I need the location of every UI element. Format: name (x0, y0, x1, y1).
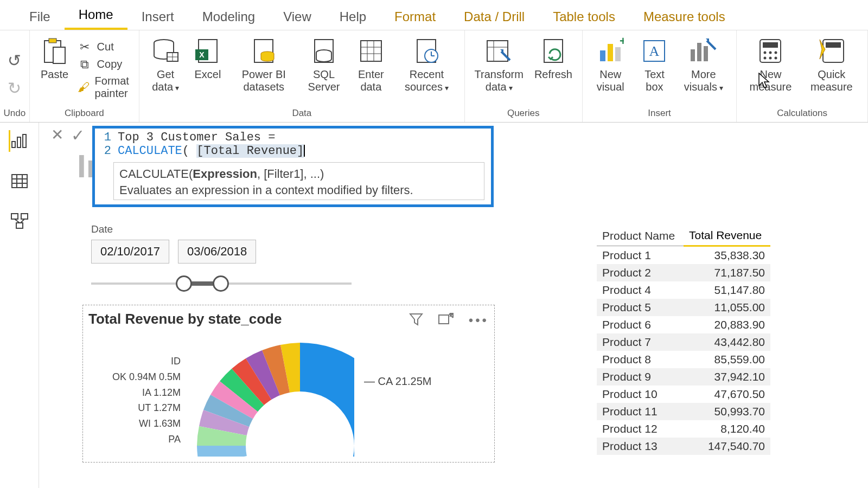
focus-mode-icon[interactable] (438, 313, 454, 328)
refresh-label: Refresh (534, 68, 572, 81)
quick-measure-label: Quick measure (806, 68, 858, 93)
paste-label: Paste (41, 68, 68, 81)
svg-rect-28 (608, 44, 613, 61)
paste-button[interactable]: Paste (34, 33, 75, 107)
transform-data-button[interactable]: Transform data (469, 33, 529, 107)
scissors-icon: ✂ (78, 40, 92, 54)
hint-sig-post: , [Filter1], ...) (257, 167, 324, 181)
table-row[interactable]: Product 128,120.40 (597, 420, 770, 438)
tab-home[interactable]: Home (65, 1, 127, 30)
formula-bar-row: ✕ ✓ 1Top 3 Customer Sales = 2CALCULATE( … (51, 126, 857, 207)
new-measure-button[interactable]: New measure (741, 33, 800, 107)
main-area: Inc ✕ ✓ 1Top 3 Customer Sales = 2CALCULA… (0, 123, 868, 488)
pie-left-labels: ID OK 0.94M 0.5M IA 1.12M UT 1.27M WI 1.… (88, 354, 181, 447)
table-row[interactable]: Product 271,187.50 (597, 264, 770, 281)
col-total-revenue[interactable]: Total Revenue (684, 226, 770, 246)
svg-rect-59 (439, 315, 449, 324)
commit-formula-icon[interactable]: ✓ (71, 126, 85, 145)
insert-group-label: Insert (587, 107, 732, 121)
calculations-group: New measure Quick measure Calculations (737, 30, 868, 122)
pbi-datasets-label: Power BI datasets (234, 68, 294, 93)
table-row[interactable]: Product 937,942.10 (597, 368, 770, 386)
table-row[interactable]: Product 620,883.90 (597, 316, 770, 333)
svg-rect-14 (361, 41, 381, 61)
date-slicer[interactable]: Date 02/10/2017 03/06/2018 (91, 223, 352, 292)
quick-measure-button[interactable]: Quick measure (800, 33, 863, 107)
brush-icon: 🖌 (78, 80, 90, 94)
recent-icon (411, 36, 442, 66)
text-box-icon: A (639, 36, 669, 66)
recent-sources-button[interactable]: Recent sources (393, 33, 459, 107)
tab-view[interactable]: View (269, 3, 326, 30)
pie-chart (186, 337, 354, 457)
data-group: Get data X Excel Power BI datasets SQL S… (139, 30, 464, 122)
svg-rect-56 (16, 223, 23, 228)
filter-icon[interactable] (409, 313, 423, 328)
tab-modeling[interactable]: Modeling (188, 3, 269, 30)
data-view-icon[interactable] (9, 170, 30, 192)
enter-data-button[interactable]: Enter data (348, 33, 393, 107)
clipboard-group: Paste ✂Cut ⧉Copy 🖌Format painter Clipboa… (30, 30, 140, 122)
slicer-start-date[interactable]: 02/10/2017 (91, 240, 169, 264)
table-row[interactable]: Product 1047,670.50 (597, 386, 770, 403)
table-row[interactable]: Product 13147,540.70 (597, 438, 770, 455)
svg-text:+: + (620, 37, 624, 48)
table-row[interactable]: Product 1150,993.70 (597, 403, 770, 420)
tab-file[interactable]: File (15, 3, 65, 30)
svg-rect-35 (704, 46, 708, 61)
svg-point-40 (775, 52, 777, 54)
line-number-1: 1 (99, 131, 111, 144)
revenue-by-state-visual[interactable]: Total Revenue by state_code ••• ID OK 0.… (82, 305, 495, 463)
slider-thumb-start[interactable] (176, 275, 192, 292)
svg-rect-27 (600, 50, 605, 61)
pie-label-wi: WI 1.63M (88, 416, 181, 432)
slicer-end-date[interactable]: 03/06/2018 (178, 240, 256, 264)
undo-icon[interactable]: ↻ (8, 51, 21, 70)
cancel-formula-icon[interactable]: ✕ (51, 126, 63, 144)
excel-icon: X (193, 36, 223, 66)
sql-server-button[interactable]: SQL Server (299, 33, 349, 107)
slider-thumb-end[interactable] (213, 275, 229, 292)
more-options-icon[interactable]: ••• (469, 313, 489, 328)
table-body: Product 135,838.30 Product 271,187.50 Pr… (597, 246, 770, 455)
report-view-icon[interactable] (9, 130, 30, 152)
redo-icon[interactable]: ↻ (8, 79, 21, 98)
table-row[interactable]: Product 451,147.80 (597, 281, 770, 299)
cut-button[interactable]: ✂Cut (78, 40, 135, 54)
table-row[interactable]: Product 743,442.80 (597, 333, 770, 351)
tab-help[interactable]: Help (326, 3, 380, 30)
more-visuals-label: More visuals (680, 68, 726, 93)
enter-data-icon (356, 36, 386, 66)
text-box-button[interactable]: A Text box (634, 33, 675, 107)
refresh-button[interactable]: Refresh (529, 33, 578, 107)
col-product-name[interactable]: Product Name (597, 226, 684, 246)
new-visual-button[interactable]: + New visual (587, 33, 634, 107)
table-row[interactable]: Product 511,055.00 (597, 299, 770, 316)
tab-table-tools[interactable]: Table tools (539, 3, 629, 30)
view-rail (0, 123, 39, 488)
get-data-button[interactable]: Get data (144, 33, 187, 107)
formula-bar[interactable]: 1Top 3 Customer Sales = 2CALCULATE( [Tot… (92, 126, 494, 207)
tab-measure-tools[interactable]: Measure tools (629, 3, 739, 30)
formula-keyword: CALCULATE (118, 144, 182, 158)
format-painter-button[interactable]: 🖌Format painter (78, 75, 135, 100)
tab-data-drill[interactable]: Data / Drill (450, 3, 539, 30)
product-revenue-table[interactable]: Product Name Total Revenue Product 135,8… (597, 226, 770, 455)
database-icon (150, 36, 181, 66)
table-row[interactable]: Product 135,838.30 (597, 246, 770, 265)
intellisense-tooltip: CALCULATE(Expression, [Filter1], ...) Ev… (113, 162, 484, 200)
ribbon: ↻ ↻ Undo Paste ✂Cut ⧉Copy 🖌Format painte… (0, 30, 868, 123)
more-visuals-button[interactable]: More visuals (675, 33, 732, 107)
tab-format[interactable]: Format (380, 3, 450, 30)
pbi-datasets-button[interactable]: Power BI datasets (228, 33, 299, 107)
format-painter-label: Format painter (95, 75, 135, 100)
svg-point-41 (764, 57, 767, 60)
model-view-icon[interactable] (9, 210, 30, 232)
formula-open-paren: ( (182, 144, 196, 158)
excel-button[interactable]: X Excel (187, 33, 228, 107)
table-row[interactable]: Product 885,559.00 (597, 351, 770, 368)
date-slider[interactable] (91, 275, 352, 292)
copy-button[interactable]: ⧉Copy (78, 57, 135, 72)
tab-insert[interactable]: Insert (127, 3, 188, 30)
svg-rect-45 (826, 42, 841, 48)
